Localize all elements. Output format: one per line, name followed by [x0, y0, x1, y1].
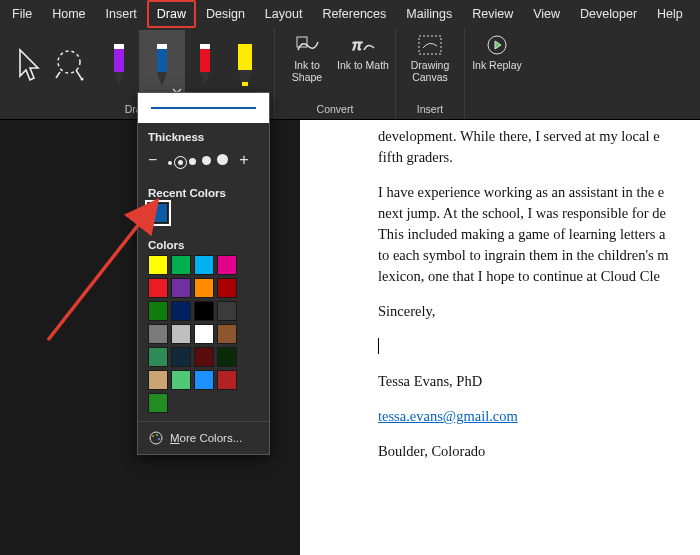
group-convert: Ink to Shape π Ink to Math Convert — [275, 28, 396, 119]
signature-location: Boulder, Colorado — [378, 441, 700, 462]
svg-text:π: π — [352, 36, 363, 53]
pen-red[interactable] — [185, 30, 225, 100]
thickness-minus[interactable]: − — [148, 151, 157, 169]
color-swatch[interactable] — [217, 255, 237, 275]
color-swatch[interactable] — [171, 255, 191, 275]
color-swatch[interactable] — [148, 324, 168, 344]
pen-dropdown: Thickness − + Recent Colors Colors More … — [137, 92, 270, 455]
svg-marker-9 — [157, 72, 167, 86]
color-swatch[interactable] — [217, 278, 237, 298]
svg-rect-11 — [200, 44, 210, 49]
color-swatch[interactable] — [194, 255, 214, 275]
color-swatch[interactable] — [148, 278, 168, 298]
color-swatch[interactable] — [148, 347, 168, 367]
color-swatch[interactable] — [217, 301, 237, 321]
colors-grid — [138, 255, 269, 421]
tab-design[interactable]: Design — [196, 0, 255, 28]
thickness-option[interactable] — [189, 158, 196, 165]
color-swatch[interactable] — [217, 370, 237, 390]
thickness-option[interactable] — [178, 160, 183, 165]
ink-to-shape-icon — [294, 34, 320, 56]
ink-replay-button[interactable]: Ink Replay — [469, 30, 525, 100]
color-swatch[interactable] — [148, 370, 168, 390]
canvas-icon — [417, 34, 443, 56]
color-swatch[interactable] — [148, 393, 168, 413]
color-swatch[interactable] — [194, 324, 214, 344]
svg-rect-8 — [157, 44, 167, 49]
cursor-icon — [16, 48, 42, 82]
ribbon-tabs: File Home Insert Draw Design Layout Refe… — [0, 0, 700, 28]
tab-home[interactable]: Home — [42, 0, 95, 28]
ink-to-shape-button[interactable]: Ink to Shape — [279, 30, 335, 100]
color-swatch[interactable] — [217, 347, 237, 367]
svg-rect-15 — [242, 82, 248, 86]
lasso-tool[interactable] — [49, 30, 89, 100]
group-label-convert: Convert — [279, 103, 391, 119]
replay-icon — [484, 34, 510, 56]
svg-point-3 — [81, 78, 84, 81]
recent-colors-grid — [138, 203, 269, 231]
color-swatch[interactable] — [171, 278, 191, 298]
svg-line-2 — [76, 70, 81, 78]
svg-point-23 — [156, 434, 158, 436]
colors-header: Colors — [138, 231, 269, 255]
highlighter-yellow[interactable] — [225, 30, 265, 100]
drawing-canvas-button[interactable]: Drawing Canvas — [400, 30, 460, 100]
document-page[interactable]: development. While there, I served at my… — [300, 120, 700, 555]
text-cursor — [378, 338, 379, 354]
tab-mailings[interactable]: Mailings — [396, 0, 462, 28]
ink-to-math-button[interactable]: π Ink to Math — [335, 30, 391, 100]
thickness-header: Thickness — [138, 123, 269, 147]
signature-name: Tessa Evans, PhD — [378, 371, 700, 392]
group-replay: Ink Replay — [465, 28, 529, 119]
palette-icon — [148, 430, 164, 446]
svg-point-22 — [152, 435, 154, 437]
pen-blue-selected[interactable] — [139, 30, 185, 100]
tab-layout[interactable]: Layout — [255, 0, 313, 28]
svg-point-24 — [158, 438, 160, 440]
color-swatch[interactable] — [148, 301, 168, 321]
color-swatch[interactable] — [194, 370, 214, 390]
group-label-insert: Insert — [400, 103, 460, 119]
closing: Sincerely, — [378, 301, 700, 322]
color-swatch[interactable] — [171, 301, 191, 321]
color-swatch[interactable] — [194, 301, 214, 321]
pen-purple[interactable] — [99, 30, 139, 100]
thickness-plus[interactable]: + — [239, 151, 248, 169]
group-insert: Drawing Canvas Insert — [396, 28, 465, 119]
tab-draw[interactable]: Draw — [147, 0, 196, 28]
svg-rect-16 — [297, 37, 307, 47]
thickness-option[interactable] — [202, 156, 211, 165]
thickness-option[interactable] — [168, 161, 172, 165]
tab-developer[interactable]: Developer — [570, 0, 647, 28]
recent-header: Recent Colors — [138, 179, 269, 203]
color-swatch[interactable] — [171, 324, 191, 344]
tab-references[interactable]: References — [312, 0, 396, 28]
lasso-icon — [54, 48, 84, 82]
ribbon-toolbar: Draw Ink to Shape π Ink to Math Convert … — [0, 28, 700, 120]
color-swatch[interactable] — [194, 347, 214, 367]
tab-file[interactable]: File — [2, 0, 42, 28]
pen-icon — [109, 42, 129, 88]
color-swatch[interactable] — [171, 370, 191, 390]
pen-icon — [195, 42, 215, 88]
color-swatch[interactable] — [194, 278, 214, 298]
tab-insert[interactable]: Insert — [96, 0, 147, 28]
color-swatch[interactable] — [148, 255, 168, 275]
pen-preview — [138, 93, 269, 123]
tab-help[interactable]: Help — [647, 0, 693, 28]
ink-to-math-icon: π — [350, 34, 376, 56]
more-colors-button[interactable]: More Colors... — [138, 421, 269, 454]
thickness-option[interactable] — [217, 154, 228, 165]
email-link[interactable]: tessa.evans@gmail.com — [378, 408, 518, 424]
document-body: development. While there, I served at my… — [378, 126, 700, 462]
tab-view[interactable]: View — [523, 0, 570, 28]
color-swatch[interactable] — [217, 324, 237, 344]
highlighter-icon — [234, 42, 256, 88]
select-tool[interactable] — [9, 30, 49, 100]
thickness-options: − + — [138, 147, 269, 179]
color-swatch[interactable] — [148, 203, 168, 223]
svg-marker-6 — [114, 72, 124, 86]
color-swatch[interactable] — [171, 347, 191, 367]
tab-review[interactable]: Review — [462, 0, 523, 28]
